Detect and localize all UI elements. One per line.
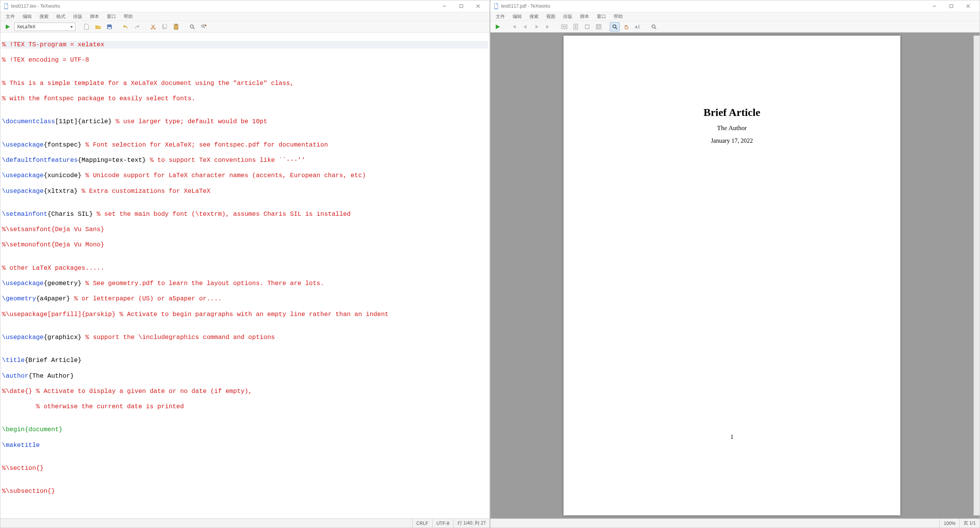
status-page[interactable]: 页 1/1 [959,519,980,528]
code-line: % otherwise the current date is printed [2,403,488,411]
actual-size-button[interactable] [582,22,592,31]
menu-typeset[interactable]: 排版 [70,13,85,21]
editor-menubar: 文件 编辑 搜索 格式 排版 脚本 窗口 帮助 [0,12,490,21]
code-line: \geometry{a4paper} % or letterpaper (US)… [2,295,488,303]
cut-button[interactable] [148,22,158,31]
menu-file[interactable]: 文件 [3,13,18,21]
code-line: % !TEX TS-program = xelatex [2,41,488,49]
redo-button[interactable] [132,22,142,31]
engine-label: XeLaTeX [17,24,36,29]
menu-view[interactable]: 视图 [543,13,559,21]
pan-tool-button[interactable] [621,22,631,31]
fit-page-button[interactable] [571,22,581,31]
editor-titlebar: test0117.tex - TeXworks [0,0,490,12]
close-button[interactable] [960,1,977,11]
page-first-button[interactable] [509,22,519,31]
pdf-page-number: 1 [564,433,900,440]
svg-point-16 [613,25,616,28]
code-line: \setmainfont{Charis SIL} % set the main … [2,210,488,218]
viewer-window-title: test0117.pdf - TeXworks [501,3,926,9]
code-line: % This is a simple template for a XeLaTe… [2,80,488,87]
minimize-button[interactable] [926,1,943,11]
status-zoom[interactable]: 100% [939,519,959,528]
svg-rect-5 [163,24,167,28]
svg-point-18 [652,25,655,28]
fit-window-button[interactable] [594,22,604,31]
replace-button[interactable] [199,22,209,31]
find-button[interactable] [187,22,197,31]
status-encoding[interactable]: UTF-8 [432,519,453,528]
svg-point-8 [190,25,193,28]
chevron-down-icon: ▾ [70,24,73,29]
minimize-button[interactable] [436,1,453,11]
menu-typeset[interactable]: 排版 [560,13,575,21]
magnifier-tool-button[interactable] [610,22,620,31]
menu-window[interactable]: 窗口 [594,13,609,21]
code-line: %\date{} % Activate to display a given d… [2,388,488,395]
menu-script[interactable]: 脚本 [87,13,102,21]
svg-rect-10 [950,5,953,8]
code-line: \usepackage{geometry} % See geometry.pdf… [2,280,488,287]
paste-button[interactable] [171,22,181,31]
code-line: \usepackage{xunicode} % Unicode support … [2,172,488,179]
undo-button[interactable] [121,22,131,31]
typeset-run-button[interactable] [3,22,13,31]
code-line: % with the fontspec package to easily se… [2,95,488,103]
status-cursor[interactable]: 行 1/40; 列 27 [453,519,490,528]
menu-search[interactable]: 搜索 [36,13,52,21]
scrollbar-vertical[interactable] [973,36,980,515]
editor-statusbar: CRLF UTF-8 行 1/40; 列 27 [0,518,490,528]
code-line: \defaultfontfeatures{Mapping=tex-text} %… [2,156,488,164]
maximize-button[interactable] [943,1,960,11]
code-line: % !TEX encoding = UTF-8 [2,56,488,64]
page-prev-button[interactable] [520,22,530,31]
document-icon [3,3,9,9]
engine-select[interactable]: XeLaTeX ▾ [14,23,75,31]
save-file-button[interactable] [105,22,114,31]
editor-window: test0117.tex - TeXworks 文件 编辑 搜索 格式 排版 脚… [0,0,490,528]
code-line: \usepackage{xltxtra} % Extra customizati… [2,187,488,195]
code-line: %\setmonofont{Deja Vu Mono} [2,241,488,249]
menu-help[interactable]: 帮助 [121,13,136,21]
code-line: %\setsansfont{Deja Vu Sans} [2,226,488,233]
code-line: \title{Brief Article} [2,357,488,364]
viewer-titlebar: test0117.pdf - TeXworks [490,0,980,12]
copy-button[interactable] [160,22,170,31]
source-editor[interactable]: % !TEX TS-program = xelatex % !TEX encod… [0,33,490,518]
fit-width-button[interactable] [559,22,569,31]
status-eol[interactable]: CRLF [412,519,432,528]
open-file-button[interactable] [93,22,103,31]
pdf-viewport[interactable]: Brief Article The Author January 17, 202… [490,33,980,518]
find-button[interactable] [649,22,659,31]
svg-text:A: A [635,24,638,29]
code-line: %\subsection{} [2,487,488,495]
page-next-button[interactable] [532,22,542,31]
code-line: \usepackage{graphicx} % support the \inc… [2,334,488,341]
text-select-tool-button[interactable]: A [633,22,643,31]
menu-edit[interactable]: 编辑 [20,13,35,21]
menu-window[interactable]: 窗口 [104,13,119,21]
viewer-window: test0117.pdf - TeXworks 文件 编辑 搜索 视图 排版 脚… [490,0,980,528]
page-last-button[interactable] [543,22,553,31]
code-line: %\usepackage[parfill]{parskip} % Activat… [2,311,488,318]
menu-edit[interactable]: 编辑 [510,13,525,21]
svg-rect-7 [175,24,177,25]
menu-format[interactable]: 格式 [53,13,69,21]
code-line: %\section{} [2,464,488,472]
maximize-button[interactable] [453,1,470,11]
new-file-button[interactable] [82,22,91,31]
menu-file[interactable]: 文件 [493,13,508,21]
close-button[interactable] [470,1,487,11]
svg-rect-0 [460,5,463,8]
svg-rect-6 [174,24,178,29]
menu-help[interactable]: 帮助 [611,13,626,21]
menu-search[interactable]: 搜索 [526,13,542,21]
pdf-page: Brief Article The Author January 17, 202… [564,36,900,515]
code-line: % other LaTeX packages..... [2,264,488,272]
menu-script[interactable]: 脚本 [577,13,592,21]
svg-rect-13 [585,25,589,29]
code-line: \author{The Author} [2,372,488,380]
code-line: \usepackage{fontspec} % Font selection f… [2,141,488,149]
viewer-toolbar: A [490,21,980,33]
typeset-run-button[interactable] [493,22,503,31]
